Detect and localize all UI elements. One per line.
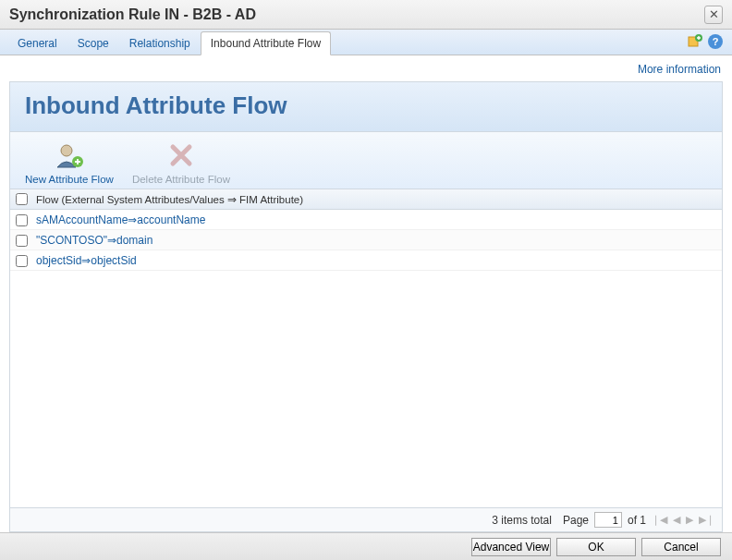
panel-title: Inbound Attribute Flow <box>25 91 707 120</box>
new-attribute-flow-button[interactable]: New Attribute Flow <box>16 140 123 185</box>
tab-scope[interactable]: Scope <box>67 31 119 55</box>
delete-attribute-flow-button: Delete Attribute Flow <box>123 140 239 185</box>
add-icon[interactable] <box>688 34 702 49</box>
advanced-view-button[interactable]: Advanced View <box>471 538 551 556</box>
grid-header-label: Flow (External System Attributes/Values … <box>36 193 303 206</box>
row-checkbox[interactable] <box>16 255 28 267</box>
dialog-title: Synchronization Rule IN - B2B - AD <box>9 6 256 23</box>
tab-inbound-attribute-flow[interactable]: Inbound Attribute Flow <box>201 31 331 55</box>
prev-page-icon[interactable]: ◀ <box>673 514 680 526</box>
flow-link[interactable]: sAMAccountName⇒accountName <box>36 213 205 226</box>
page-of-label: of 1 <box>628 514 646 527</box>
row-checkbox[interactable] <box>16 235 28 247</box>
help-icon[interactable]: ? <box>708 34 723 49</box>
flow-link[interactable]: objectSid⇒objectSid <box>36 254 137 267</box>
attribute-flow-panel: Inbound Attribute Flow New Attribute Flo… <box>9 81 723 532</box>
select-all-checkbox[interactable] <box>16 193 28 205</box>
person-add-icon <box>25 140 114 170</box>
items-total-label: 3 items total <box>492 514 552 527</box>
close-icon: ✕ <box>709 7 719 21</box>
next-page-icon[interactable]: ▶ <box>686 514 693 526</box>
svg-point-2 <box>61 145 72 156</box>
flow-link[interactable]: "SCONTOSO"⇒domain <box>36 234 152 247</box>
tab-general[interactable]: General <box>7 31 67 55</box>
delete-attribute-flow-label: Delete Attribute Flow <box>132 174 230 185</box>
first-page-icon[interactable]: ❘◀ <box>652 514 667 526</box>
page-number-input[interactable] <box>594 512 622 528</box>
cancel-button[interactable]: Cancel <box>641 538 721 556</box>
table-row[interactable]: sAMAccountName⇒accountName <box>10 210 722 230</box>
close-button[interactable]: ✕ <box>704 6 723 24</box>
row-checkbox[interactable] <box>16 214 28 226</box>
more-information-link[interactable]: More information <box>9 61 723 81</box>
new-attribute-flow-label: New Attribute Flow <box>25 174 114 185</box>
page-label: Page <box>563 514 589 527</box>
table-row[interactable]: "SCONTOSO"⇒domain <box>10 230 722 250</box>
ok-button[interactable]: OK <box>556 538 636 556</box>
tab-bar: General Scope Relationship Inbound Attri… <box>0 30 732 55</box>
attribute-flow-grid: Flow (External System Attributes/Values … <box>10 189 722 507</box>
delete-x-icon <box>132 140 230 170</box>
tab-relationship[interactable]: Relationship <box>119 31 201 55</box>
last-page-icon[interactable]: ▶❘ <box>699 514 714 526</box>
table-row[interactable]: objectSid⇒objectSid <box>10 250 722 271</box>
